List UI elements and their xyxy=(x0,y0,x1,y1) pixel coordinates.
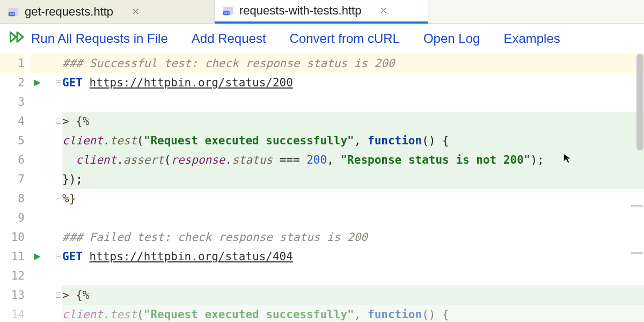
code-comment: ### Failed test: check response status i… xyxy=(62,231,368,244)
tab-requests-with-tests[interactable]: API requests-with-tests.http ✕ xyxy=(215,0,428,24)
convert-curl-button[interactable]: Convert from cURL xyxy=(290,31,400,46)
examples-button[interactable]: Examples xyxy=(503,31,560,46)
script-close: %} xyxy=(62,192,76,205)
run-all-label: Run All Requests in File xyxy=(31,31,168,46)
code-editor[interactable]: 1 2 3 4 5 6 7 8 9 10 11 12 13 14 − − ⌐ xyxy=(0,54,644,322)
fold-toggle-icon[interactable]: − xyxy=(56,292,61,298)
add-request-button[interactable]: Add Request xyxy=(192,31,266,46)
tab-label: requests-with-tests.http xyxy=(239,4,361,18)
http-toolbar: Run All Requests in File Add Request Con… xyxy=(0,24,644,54)
http-method: GET xyxy=(62,76,83,89)
http-url: https://httpbin.org/status/200 xyxy=(90,76,293,89)
editor-tabs: API get-requests.http ✕ API requests-wit… xyxy=(0,0,644,24)
http-file-icon: API xyxy=(8,6,19,18)
code-comment: ### Successful test: check response stat… xyxy=(62,57,395,70)
run-all-icon xyxy=(10,31,26,46)
run-all-requests-button[interactable]: Run All Requests in File xyxy=(10,31,168,46)
vertical-scrollbar[interactable] xyxy=(636,54,644,322)
run-gutter xyxy=(30,54,55,322)
close-icon[interactable]: ✕ xyxy=(131,6,140,18)
fold-toggle-icon[interactable]: − xyxy=(56,119,61,124)
line-number-gutter: 1 2 3 4 5 6 7 8 9 10 11 12 13 14 xyxy=(0,54,30,322)
http-url: https://httpbin.org/status/404 xyxy=(90,250,293,263)
scrollbar-thumb[interactable] xyxy=(636,54,643,150)
script-open: > {% xyxy=(62,115,90,128)
open-log-button[interactable]: Open Log xyxy=(423,31,480,46)
run-request-icon[interactable] xyxy=(30,247,55,266)
svg-text:API: API xyxy=(10,12,14,16)
fold-end-icon: ⌐ xyxy=(56,195,61,203)
http-file-icon: API xyxy=(222,5,234,17)
svg-text:API: API xyxy=(224,11,229,14)
code-text-area[interactable]: ### Successful test: check response stat… xyxy=(62,54,644,322)
run-request-icon[interactable] xyxy=(30,73,55,92)
tab-label: get-requests.http xyxy=(25,5,113,19)
script-open: > {% xyxy=(62,289,90,302)
fold-toggle-icon[interactable]: − xyxy=(56,80,61,85)
fold-toggle-icon[interactable]: − xyxy=(56,254,61,259)
tab-get-requests[interactable]: API get-requests.http ✕ xyxy=(0,0,215,23)
close-icon[interactable]: ✕ xyxy=(379,5,387,17)
fold-gutter: − − ⌐ − − xyxy=(55,54,62,322)
http-method: GET xyxy=(62,250,83,263)
